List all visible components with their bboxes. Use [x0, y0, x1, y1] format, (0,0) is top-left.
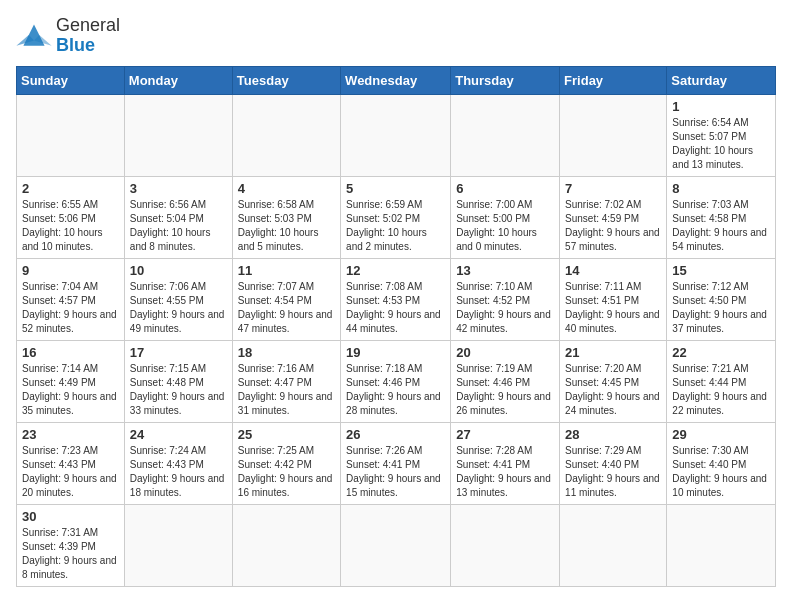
calendar-cell: 2Sunrise: 6:55 AMSunset: 5:06 PMDaylight…: [17, 176, 125, 258]
calendar-cell: 20Sunrise: 7:19 AMSunset: 4:46 PMDayligh…: [451, 340, 560, 422]
day-number: 11: [238, 263, 335, 278]
calendar-cell: 5Sunrise: 6:59 AMSunset: 5:02 PMDaylight…: [341, 176, 451, 258]
calendar-cell: 19Sunrise: 7:18 AMSunset: 4:46 PMDayligh…: [341, 340, 451, 422]
calendar-week-0: 1Sunrise: 6:54 AMSunset: 5:07 PMDaylight…: [17, 94, 776, 176]
calendar-cell: 23Sunrise: 7:23 AMSunset: 4:43 PMDayligh…: [17, 422, 125, 504]
day-info: Sunrise: 7:04 AMSunset: 4:57 PMDaylight:…: [22, 280, 119, 336]
day-number: 20: [456, 345, 554, 360]
day-info: Sunrise: 7:11 AMSunset: 4:51 PMDaylight:…: [565, 280, 661, 336]
weekday-header-thursday: Thursday: [451, 66, 560, 94]
day-number: 8: [672, 181, 770, 196]
logo-text: GeneralBlue: [56, 16, 120, 56]
calendar-cell: [232, 94, 340, 176]
logo-icon: [16, 21, 52, 51]
calendar-cell: 28Sunrise: 7:29 AMSunset: 4:40 PMDayligh…: [560, 422, 667, 504]
calendar-cell: [667, 504, 776, 586]
calendar-cell: [232, 504, 340, 586]
calendar-cell: 12Sunrise: 7:08 AMSunset: 4:53 PMDayligh…: [341, 258, 451, 340]
calendar-cell: 26Sunrise: 7:26 AMSunset: 4:41 PMDayligh…: [341, 422, 451, 504]
day-number: 7: [565, 181, 661, 196]
calendar-cell: 21Sunrise: 7:20 AMSunset: 4:45 PMDayligh…: [560, 340, 667, 422]
calendar-cell: [341, 94, 451, 176]
calendar-cell: 8Sunrise: 7:03 AMSunset: 4:58 PMDaylight…: [667, 176, 776, 258]
calendar-week-3: 16Sunrise: 7:14 AMSunset: 4:49 PMDayligh…: [17, 340, 776, 422]
day-info: Sunrise: 7:03 AMSunset: 4:58 PMDaylight:…: [672, 198, 770, 254]
day-number: 1: [672, 99, 770, 114]
day-number: 5: [346, 181, 445, 196]
calendar-table: SundayMondayTuesdayWednesdayThursdayFrid…: [16, 66, 776, 587]
day-info: Sunrise: 7:10 AMSunset: 4:52 PMDaylight:…: [456, 280, 554, 336]
calendar-header-row: SundayMondayTuesdayWednesdayThursdayFrid…: [17, 66, 776, 94]
calendar-week-2: 9Sunrise: 7:04 AMSunset: 4:57 PMDaylight…: [17, 258, 776, 340]
calendar-cell: [124, 94, 232, 176]
day-number: 21: [565, 345, 661, 360]
day-info: Sunrise: 6:54 AMSunset: 5:07 PMDaylight:…: [672, 116, 770, 172]
day-info: Sunrise: 7:30 AMSunset: 4:40 PMDaylight:…: [672, 444, 770, 500]
calendar-cell: 25Sunrise: 7:25 AMSunset: 4:42 PMDayligh…: [232, 422, 340, 504]
day-info: Sunrise: 7:19 AMSunset: 4:46 PMDaylight:…: [456, 362, 554, 418]
calendar-week-4: 23Sunrise: 7:23 AMSunset: 4:43 PMDayligh…: [17, 422, 776, 504]
day-info: Sunrise: 7:06 AMSunset: 4:55 PMDaylight:…: [130, 280, 227, 336]
logo-blue-text: Blue: [56, 35, 95, 55]
day-info: Sunrise: 7:07 AMSunset: 4:54 PMDaylight:…: [238, 280, 335, 336]
day-info: Sunrise: 7:02 AMSunset: 4:59 PMDaylight:…: [565, 198, 661, 254]
day-number: 9: [22, 263, 119, 278]
day-number: 13: [456, 263, 554, 278]
day-number: 29: [672, 427, 770, 442]
day-info: Sunrise: 7:26 AMSunset: 4:41 PMDaylight:…: [346, 444, 445, 500]
calendar-cell: 11Sunrise: 7:07 AMSunset: 4:54 PMDayligh…: [232, 258, 340, 340]
calendar-cell: 9Sunrise: 7:04 AMSunset: 4:57 PMDaylight…: [17, 258, 125, 340]
day-info: Sunrise: 7:15 AMSunset: 4:48 PMDaylight:…: [130, 362, 227, 418]
weekday-header-friday: Friday: [560, 66, 667, 94]
calendar-cell: 18Sunrise: 7:16 AMSunset: 4:47 PMDayligh…: [232, 340, 340, 422]
weekday-header-sunday: Sunday: [17, 66, 125, 94]
day-number: 16: [22, 345, 119, 360]
calendar-cell: 16Sunrise: 7:14 AMSunset: 4:49 PMDayligh…: [17, 340, 125, 422]
day-info: Sunrise: 7:29 AMSunset: 4:40 PMDaylight:…: [565, 444, 661, 500]
calendar-cell: [560, 94, 667, 176]
calendar-cell: 10Sunrise: 7:06 AMSunset: 4:55 PMDayligh…: [124, 258, 232, 340]
day-info: Sunrise: 7:23 AMSunset: 4:43 PMDaylight:…: [22, 444, 119, 500]
day-info: Sunrise: 7:20 AMSunset: 4:45 PMDaylight:…: [565, 362, 661, 418]
day-info: Sunrise: 7:21 AMSunset: 4:44 PMDaylight:…: [672, 362, 770, 418]
day-info: Sunrise: 7:25 AMSunset: 4:42 PMDaylight:…: [238, 444, 335, 500]
calendar-cell: 1Sunrise: 6:54 AMSunset: 5:07 PMDaylight…: [667, 94, 776, 176]
day-info: Sunrise: 6:55 AMSunset: 5:06 PMDaylight:…: [22, 198, 119, 254]
day-number: 24: [130, 427, 227, 442]
calendar-cell: 22Sunrise: 7:21 AMSunset: 4:44 PMDayligh…: [667, 340, 776, 422]
weekday-header-wednesday: Wednesday: [341, 66, 451, 94]
calendar-cell: 3Sunrise: 6:56 AMSunset: 5:04 PMDaylight…: [124, 176, 232, 258]
calendar-cell: [17, 94, 125, 176]
calendar-cell: 15Sunrise: 7:12 AMSunset: 4:50 PMDayligh…: [667, 258, 776, 340]
calendar-cell: 27Sunrise: 7:28 AMSunset: 4:41 PMDayligh…: [451, 422, 560, 504]
calendar-cell: 13Sunrise: 7:10 AMSunset: 4:52 PMDayligh…: [451, 258, 560, 340]
weekday-header-monday: Monday: [124, 66, 232, 94]
calendar-cell: 6Sunrise: 7:00 AMSunset: 5:00 PMDaylight…: [451, 176, 560, 258]
day-number: 25: [238, 427, 335, 442]
day-info: Sunrise: 7:24 AMSunset: 4:43 PMDaylight:…: [130, 444, 227, 500]
day-info: Sunrise: 7:16 AMSunset: 4:47 PMDaylight:…: [238, 362, 335, 418]
day-number: 26: [346, 427, 445, 442]
day-info: Sunrise: 6:56 AMSunset: 5:04 PMDaylight:…: [130, 198, 227, 254]
day-info: Sunrise: 7:12 AMSunset: 4:50 PMDaylight:…: [672, 280, 770, 336]
day-number: 14: [565, 263, 661, 278]
calendar-cell: [560, 504, 667, 586]
day-info: Sunrise: 7:14 AMSunset: 4:49 PMDaylight:…: [22, 362, 119, 418]
day-number: 19: [346, 345, 445, 360]
calendar-week-1: 2Sunrise: 6:55 AMSunset: 5:06 PMDaylight…: [17, 176, 776, 258]
day-info: Sunrise: 7:08 AMSunset: 4:53 PMDaylight:…: [346, 280, 445, 336]
day-number: 28: [565, 427, 661, 442]
calendar-cell: 29Sunrise: 7:30 AMSunset: 4:40 PMDayligh…: [667, 422, 776, 504]
calendar-cell: 14Sunrise: 7:11 AMSunset: 4:51 PMDayligh…: [560, 258, 667, 340]
calendar-cell: 17Sunrise: 7:15 AMSunset: 4:48 PMDayligh…: [124, 340, 232, 422]
day-info: Sunrise: 7:28 AMSunset: 4:41 PMDaylight:…: [456, 444, 554, 500]
day-number: 22: [672, 345, 770, 360]
day-number: 2: [22, 181, 119, 196]
page-header: GeneralBlue: [16, 16, 776, 56]
calendar-cell: 4Sunrise: 6:58 AMSunset: 5:03 PMDaylight…: [232, 176, 340, 258]
day-number: 15: [672, 263, 770, 278]
weekday-header-saturday: Saturday: [667, 66, 776, 94]
day-number: 27: [456, 427, 554, 442]
day-info: Sunrise: 7:31 AMSunset: 4:39 PMDaylight:…: [22, 526, 119, 582]
calendar-week-5: 30Sunrise: 7:31 AMSunset: 4:39 PMDayligh…: [17, 504, 776, 586]
